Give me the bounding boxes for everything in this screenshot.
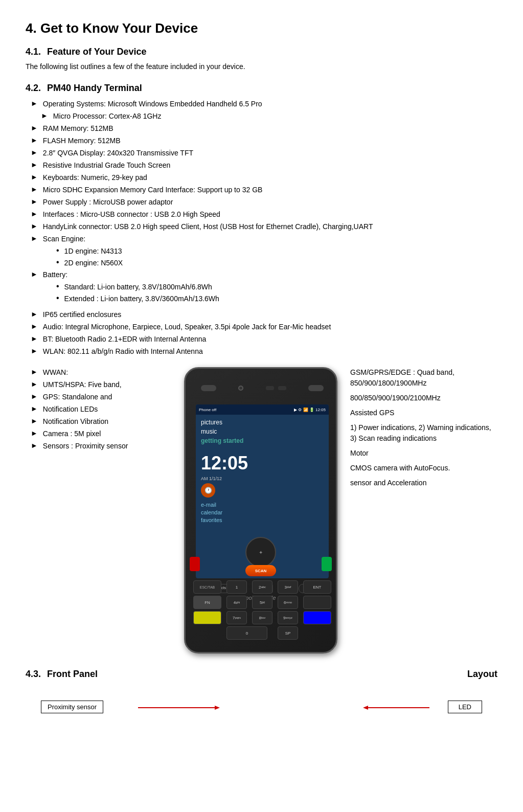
list-item: • Standard: Li-ion battery, 3.8V/1800mAh… — [26, 282, 497, 292]
section-43-title-right: Layout — [467, 669, 497, 680]
section-42-number: 4.2. — [26, 83, 41, 94]
feature-text: Resistive Industrial Grade Touch Screen — [43, 160, 171, 171]
wwan-label: WWAN: — [43, 367, 68, 378]
feature-wlan: WLAN: 802.11 a/b/g/n Radio with Internal… — [43, 346, 203, 357]
keypad-row-2: FN 4ghi 5jkl 6mno — [191, 596, 334, 609]
section-43-layout: Layout — [467, 669, 497, 680]
list-item: ► Micro SDHC Expansion Memory Card Inter… — [26, 185, 497, 195]
list-item: ► 2.8″ QVGA Display: 240x320 Transmissiv… — [26, 148, 497, 159]
feature-audio: Audio: Integral Microphone, Earpiece, Lo… — [43, 322, 331, 332]
list-item: ► IP65 certified enclosures — [26, 309, 497, 320]
feature-bt: BT: Bluetooth Radio 2.1+EDR with Interna… — [43, 334, 206, 345]
camera-right-text: CMOS camera with AutoFocus. — [350, 463, 497, 473]
key-sp: SP — [278, 626, 298, 640]
proximity-arrowhead — [215, 706, 220, 710]
bullet-arrow: ► — [31, 347, 38, 355]
section-41-title: Feature of Your Device — [47, 47, 146, 57]
key-6: 6mno — [278, 596, 298, 609]
sensors-label: Sensors : Proximity sensor — [43, 441, 128, 452]
bullet-arrow: ► — [31, 322, 38, 330]
feature-text: FLASH Memory: 512MB — [43, 136, 121, 146]
features-list: ► Operating Systems: Microsoft Windows E… — [26, 99, 497, 357]
section-42: 4.2. PM40 Handy Terminal ► Operating Sys… — [26, 83, 497, 653]
phone-left-btn — [190, 557, 200, 571]
list-item: ► Audio: Integral Microphone, Earpiece, … — [26, 322, 497, 332]
list-item: • 2D engine: N560X — [26, 258, 497, 268]
umts-right-text: 800/850/900/1900/2100MHz — [350, 393, 497, 403]
feature-text: Micro Processor: Cortex-A8 1GHz — [53, 111, 162, 122]
bullet-arrow: ► — [31, 429, 38, 437]
screen-time-status: ▶ ⚙ 📶 🔋 12:05 — [294, 408, 326, 412]
section-41: 4.1. Feature of Your Device The followin… — [26, 47, 497, 71]
list-item: ► Battery: — [26, 269, 497, 280]
led-arrowhead — [363, 706, 368, 710]
screen-menu-getting-started: getting started — [201, 437, 324, 444]
feature-text: Power Supply : MicroUSB power adaptor — [43, 197, 173, 208]
bullet-arrow: ► — [31, 210, 38, 218]
bullet-arrow: ► — [31, 417, 38, 425]
annotation-area: Proximity sensor LED — [26, 693, 497, 729]
list-item: ► GPS: Standalone and — [26, 392, 179, 402]
mixed-layout-area: ► WWAN: ► UMTS/HSPA: Five band, ► GPS: S… — [26, 367, 497, 653]
key-1: 1 — [226, 580, 247, 594]
keypad-row-4: 0 SP — [191, 626, 334, 640]
wwan-right-text: GSM/GPRS/EDGE : Quad band, 850/900/1800/… — [350, 367, 497, 389]
feature-text: 2.8″ QVGA Display: 240x320 Transmissive … — [43, 148, 193, 159]
phone-device: Phone off ▶ ⚙ 📶 🔋 12:05 pictures music g… — [184, 367, 337, 653]
vibration-label: Notification Vibration — [43, 416, 108, 427]
notification-label: Notification LEDs — [43, 404, 98, 415]
phone-area: Phone off ▶ ⚙ 📶 🔋 12:05 pictures music g… — [179, 367, 343, 653]
screen-date: AM 1/1/12 — [196, 476, 329, 481]
list-item: ► Interfaces : Micro-USB connector : USB… — [26, 209, 497, 220]
key-7: 7pqrs — [226, 611, 247, 624]
bullet-arrow: ► — [31, 270, 38, 278]
bullet-arrow: ► — [31, 161, 38, 169]
section-41-intro: The following list outlines a few of the… — [26, 62, 497, 71]
notification-right-text: 1) Power indications, 2) Warning indicat… — [350, 422, 497, 444]
phone-nav-pad: ✦ — [245, 537, 276, 568]
bullet-arrow: ► — [31, 124, 38, 132]
bullet-arrow: ► — [31, 310, 38, 318]
bullet-arrow: ► — [31, 197, 38, 206]
key-bs — [303, 596, 331, 609]
sub-bullet-dot: • — [56, 282, 59, 291]
bullet-arrow: ► — [41, 111, 48, 120]
feature-text: RAM Memory: 512MB — [43, 123, 113, 134]
screen-apps: e-mail calendar favorites — [196, 500, 329, 527]
key-fn: FN — [193, 596, 221, 609]
phone-keypad: ESC/TAB 1 2abc 3def ENT FN 4ghi 5jkl 6mn… — [191, 580, 334, 642]
section-41-number: 4.1. — [26, 47, 41, 57]
bullet-arrow: ► — [31, 380, 38, 388]
chapter-title: 4. Get to Know Your Device — [26, 20, 497, 36]
list-item: ► Notification Vibration — [26, 416, 179, 427]
gps-right-text: Assisted GPS — [350, 408, 497, 418]
phone-dpad-arrows: ✦ — [259, 550, 263, 555]
key-spacer — [196, 626, 216, 640]
list-item: ► Resistive Industrial Grade Touch Scree… — [26, 160, 497, 171]
screen-menu: pictures music getting started — [196, 415, 329, 450]
screen-app-calendar: calendar — [201, 509, 324, 515]
screen-time: 12:05 — [196, 450, 329, 476]
screen-clock-icon: 🕐 — [201, 483, 215, 498]
list-item: ► RAM Memory: 512MB — [26, 123, 497, 134]
list-item: ► Micro Processor: Cortex-A8 1GHz — [26, 111, 497, 122]
feature-text: Micro SDHC Expansion Memory Card Interfa… — [43, 185, 263, 195]
screen-clock-row: 🕐 — [196, 481, 329, 500]
section-43-number: 4.3. — [26, 669, 41, 680]
section-43: 4.3. Front Panel Layout Proximity sensor… — [26, 669, 497, 729]
screen-status-bar: Phone off ▶ ⚙ 📶 🔋 12:05 — [196, 404, 329, 415]
sub-bullet-dot: • — [56, 246, 59, 255]
key-9: 9wxyz — [278, 611, 298, 624]
left-text-column: ► WWAN: ► UMTS/HSPA: Five band, ► GPS: S… — [26, 367, 179, 653]
scan-button[interactable]: SCAN — [245, 565, 276, 576]
key-yellow — [193, 611, 221, 624]
list-item: ► UMTS/HSPA: Five band, — [26, 379, 179, 390]
sensors-right-text: sensor and Acceleration — [350, 478, 497, 488]
list-item: ► HandyLink connector: USB 2.0 High spee… — [26, 221, 497, 232]
bullet-arrow: ► — [31, 368, 38, 376]
sub-bullet-dot: • — [56, 294, 59, 303]
proximity-sensor-text: Proximity sensor — [48, 703, 97, 711]
bullet-arrow: ► — [31, 173, 38, 181]
screen-app-favorites: favorites — [201, 517, 324, 523]
keypad-row-1: ESC/TAB 1 2abc 3def ENT — [191, 580, 334, 594]
